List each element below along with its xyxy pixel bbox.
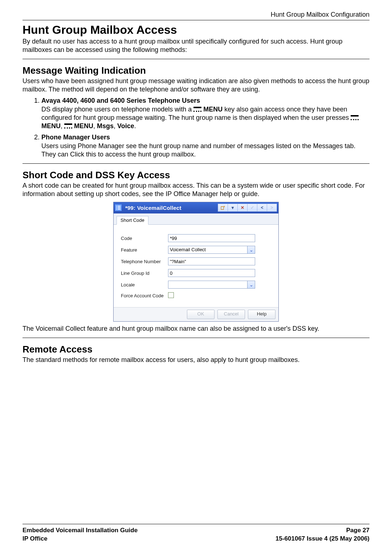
row-telephone-number: Telephone Number (121, 257, 274, 265)
code-input[interactable] (168, 234, 255, 242)
label-force-account-code: Force Account Code (121, 293, 168, 299)
label-telephone-number: Telephone Number (121, 259, 168, 264)
li2-body: Users using Phone Manager see the hunt g… (41, 142, 369, 159)
row-force-account-code: Force Account Code (121, 292, 274, 299)
prev-button[interactable]: < (257, 204, 267, 212)
ok-button[interactable]: OK (187, 310, 215, 319)
footer-issue: 15-601067 Issue 4 (25 May 2006) (275, 535, 369, 543)
label-line-group-id: Line Group Id (121, 270, 168, 276)
menu-seq-2: MENU (74, 122, 93, 130)
page-footer: Embedded Voicemail Installation Guide IP… (23, 524, 369, 543)
mwi-paragraph: Users who have been assigned hunt group … (23, 77, 369, 94)
menu-key-icon (193, 107, 201, 112)
li1-title: Avaya 4400, 4600 and 6400 Series Telepho… (41, 97, 200, 104)
help-button[interactable]: Help (248, 310, 275, 319)
feature-select[interactable]: Voicemail Collect ⌄ (168, 246, 255, 254)
menu-label: MENU (203, 106, 222, 113)
list-icon (115, 204, 122, 211)
chevron-down-icon: ⌄ (247, 246, 255, 253)
svg-rect-3 (118, 207, 121, 208)
svg-rect-2 (116, 207, 117, 208)
chevron-down-icon: ⌄ (247, 281, 255, 288)
svg-rect-5 (118, 209, 121, 209)
heading-short-code-dss: Short Code and DSS Key Access (23, 170, 369, 181)
line-group-id-input[interactable] (168, 269, 255, 277)
dialog-titlebar: *99: VoicemailCollect ▾ ✕ ✓ < > (114, 202, 278, 213)
remote-access-paragraph: The standard methods for remote mailbox … (23, 356, 369, 364)
svg-rect-4 (116, 209, 117, 209)
locale-select[interactable]: ⌄ (168, 281, 255, 289)
force-account-code-checkbox[interactable] (168, 292, 174, 298)
footer-page-number: Page 27 (275, 526, 369, 535)
apply-button[interactable]: ✓ (248, 204, 257, 212)
svg-rect-1 (118, 206, 121, 207)
tabstrip: Short Code (114, 213, 278, 225)
heading-message-waiting-indication: Message Waiting Indication (23, 65, 369, 76)
section-rule (23, 59, 369, 59)
menu-key-icon (351, 115, 359, 120)
dropdown-button[interactable]: ▾ (228, 204, 238, 212)
titlebar-tools: ▾ ✕ ✓ < > (218, 204, 277, 212)
menu-seq-1: MENU (41, 122, 61, 130)
row-feature: Feature Voicemail Collect ⌄ (121, 246, 274, 254)
section-rule (23, 338, 369, 338)
row-line-group-id: Line Group Id (121, 269, 274, 277)
new-button[interactable] (218, 204, 228, 212)
feature-value: Voicemail Collect (168, 246, 247, 253)
locale-value (168, 281, 247, 288)
cancel-button[interactable]: Cancel (217, 310, 245, 319)
dialog-form: Code Feature Voicemail Collect ⌄ (114, 225, 278, 307)
section-rule (23, 163, 369, 164)
dialog-body: Short Code Code Feature Voicemail Collec… (114, 213, 278, 321)
voice-label: Voice (117, 122, 134, 130)
dialog-buttons: OK Cancel Help (114, 307, 278, 321)
li1-body: DS display phone users on telephone mode… (41, 105, 369, 131)
label-locale: Locale (121, 282, 168, 288)
label-feature: Feature (121, 247, 168, 253)
menu-key-icon (64, 123, 72, 129)
telephone-number-input[interactable] (168, 257, 255, 265)
heading-hunt-group-mailbox-access: Hunt Group Mailbox Access (23, 23, 369, 37)
page-header: Hunt Group Mailbox Configuration (23, 11, 369, 20)
intro-paragraph: By default no user has access to a hunt … (23, 37, 369, 54)
svg-rect-0 (116, 206, 117, 207)
shortcode-paragraph: A short code can be created for hunt gro… (23, 182, 369, 199)
list-item: Avaya 4400, 4600 and 6400 Series Telepho… (41, 97, 369, 131)
dss-key-paragraph: The Voicemail Collect feature and hunt g… (23, 325, 369, 333)
li2-title: Phone Manager Users (41, 134, 110, 141)
list-item: Phone Manager Users Users using Phone Ma… (41, 134, 369, 159)
mwi-list: Avaya 4400, 4600 and 6400 Series Telepho… (23, 97, 369, 159)
close-button[interactable]: ✕ (238, 204, 248, 212)
msgs-label: Msgs (97, 122, 114, 130)
next-button[interactable]: > (267, 204, 277, 212)
li1-pre: DS display phone users on telephone mode… (41, 106, 193, 113)
row-code: Code (121, 234, 274, 242)
footer-right: Page 27 15-601067 Issue 4 (25 May 2006) (275, 526, 369, 543)
dialog-title: *99: VoicemailCollect (125, 205, 218, 211)
footer-guide-title: Embedded Voicemail Installation Guide (23, 526, 138, 535)
row-locale: Locale ⌄ (121, 281, 274, 289)
shortcode-dialog: *99: VoicemailCollect ▾ ✕ ✓ < > Short Co… (113, 202, 279, 322)
heading-remote-access: Remote Access (23, 344, 369, 355)
label-code: Code (121, 236, 168, 241)
tab-short-code[interactable]: Short Code (117, 216, 148, 225)
footer-product: IP Office (23, 535, 138, 543)
footer-left: Embedded Voicemail Installation Guide IP… (23, 526, 138, 543)
